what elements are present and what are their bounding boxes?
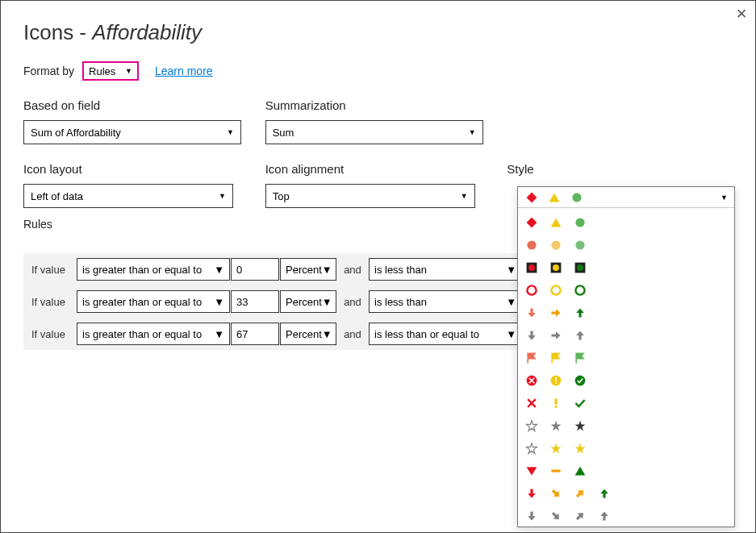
chevron-down-icon: ▼ bbox=[214, 296, 224, 308]
icon-alignment-label: Icon alignment bbox=[265, 162, 507, 176]
style-icon bbox=[573, 418, 587, 433]
style-option[interactable] bbox=[523, 369, 729, 392]
rule-value-1-input[interactable] bbox=[231, 290, 279, 313]
chevron-down-icon: ▼ bbox=[469, 128, 476, 136]
svg-marker-4 bbox=[551, 218, 562, 227]
and-label: and bbox=[337, 264, 368, 276]
style-icon bbox=[524, 373, 539, 388]
close-icon[interactable]: ✕ bbox=[736, 6, 747, 23]
format-by-select[interactable]: Rules ▼ bbox=[82, 61, 139, 81]
learn-more-link[interactable]: Learn more bbox=[155, 65, 213, 77]
rule-value-1-input[interactable] bbox=[231, 258, 279, 281]
icon-layout-label: Icon layout bbox=[23, 162, 265, 176]
style-icon bbox=[549, 464, 563, 478]
rule-unit-select[interactable]: Percent▼ bbox=[280, 258, 336, 281]
style-icon bbox=[524, 509, 539, 523]
style-icon bbox=[597, 486, 612, 501]
style-icon bbox=[549, 373, 563, 388]
style-selected-row[interactable]: ▼ bbox=[518, 187, 734, 208]
style-icon bbox=[549, 486, 563, 501]
style-option[interactable] bbox=[523, 460, 729, 482]
style-icon bbox=[549, 418, 563, 433]
style-option[interactable] bbox=[523, 279, 729, 302]
style-icon bbox=[573, 396, 587, 410]
rule-operator-1-select[interactable]: is greater than or equal to▼ bbox=[77, 323, 230, 345]
title-field: Affordability bbox=[92, 20, 202, 44]
style-icon bbox=[549, 441, 563, 456]
style-icon bbox=[573, 509, 587, 523]
style-icon bbox=[524, 283, 539, 298]
title-prefix: Icons - bbox=[23, 20, 92, 44]
style-icon bbox=[524, 190, 539, 205]
style-icon bbox=[573, 351, 587, 365]
chevron-down-icon: ▼ bbox=[461, 192, 468, 200]
chevron-down-icon: ▼ bbox=[322, 264, 332, 276]
svg-point-12 bbox=[553, 264, 559, 271]
style-option[interactable] bbox=[523, 505, 729, 527]
style-option[interactable] bbox=[523, 324, 729, 347]
rule-value-1-input[interactable] bbox=[231, 323, 279, 345]
style-option[interactable] bbox=[523, 347, 729, 369]
icon-alignment-select[interactable]: Top ▼ bbox=[265, 184, 475, 208]
based-on-field-label: Based on field bbox=[23, 98, 265, 112]
style-option[interactable] bbox=[523, 392, 729, 414]
style-icon bbox=[524, 351, 539, 365]
svg-rect-20 bbox=[555, 377, 557, 381]
rule-operator-1-value: is greater than or equal to bbox=[82, 264, 202, 276]
svg-rect-24 bbox=[554, 406, 557, 407]
rule-operator-1-select[interactable]: is greater than or equal to▼ bbox=[77, 258, 230, 281]
svg-point-8 bbox=[575, 240, 584, 249]
svg-point-15 bbox=[527, 285, 536, 294]
svg-point-7 bbox=[551, 240, 560, 249]
style-option[interactable] bbox=[523, 256, 729, 279]
rule-operator-1-value: is greater than or equal to bbox=[82, 296, 202, 308]
style-icon bbox=[573, 464, 587, 478]
style-option[interactable] bbox=[523, 234, 729, 256]
rule-operator-2-select[interactable]: is less than▼ bbox=[369, 290, 522, 313]
style-option[interactable] bbox=[523, 482, 729, 505]
rule-operator-2-select[interactable]: is less than or equal to▼ bbox=[369, 323, 522, 345]
icon-layout-value: Left of data bbox=[31, 190, 83, 202]
chevron-down-icon: ▼ bbox=[227, 128, 234, 136]
icon-layout-select[interactable]: Left of data ▼ bbox=[23, 184, 233, 208]
style-option[interactable] bbox=[523, 302, 729, 324]
style-option[interactable] bbox=[523, 211, 729, 234]
style-icon bbox=[573, 238, 587, 252]
svg-marker-0 bbox=[527, 192, 537, 202]
svg-marker-25 bbox=[527, 467, 537, 475]
style-icon bbox=[524, 260, 539, 275]
svg-rect-23 bbox=[554, 398, 557, 404]
and-label: and bbox=[337, 328, 368, 340]
style-icon bbox=[573, 283, 587, 298]
style-icon bbox=[547, 190, 562, 205]
format-by-label: Format by bbox=[23, 65, 74, 77]
chevron-down-icon: ▼ bbox=[506, 328, 516, 340]
rule-operator-1-select[interactable]: is greater than or equal to▼ bbox=[77, 290, 230, 313]
svg-rect-21 bbox=[555, 382, 557, 384]
svg-point-22 bbox=[575, 376, 586, 386]
rule-operator-2-select[interactable]: is less than▼ bbox=[369, 258, 522, 281]
rule-unit-select[interactable]: Percent▼ bbox=[280, 323, 336, 345]
style-label: Style bbox=[507, 162, 733, 176]
style-select-panel[interactable]: ▼ bbox=[517, 186, 735, 527]
if-value-label: If value bbox=[23, 328, 76, 340]
rule-unit-value: Percent bbox=[286, 264, 322, 276]
style-icon bbox=[549, 260, 563, 275]
style-option[interactable] bbox=[523, 414, 729, 437]
style-icon bbox=[573, 260, 587, 275]
style-icon bbox=[573, 215, 587, 230]
svg-point-14 bbox=[577, 264, 583, 271]
style-icon bbox=[573, 328, 587, 343]
style-option[interactable] bbox=[523, 437, 729, 460]
style-icon bbox=[573, 486, 587, 501]
rule-operator-1-value: is greater than or equal to bbox=[82, 328, 202, 340]
if-value-label: If value bbox=[23, 264, 76, 276]
rule-unit-select[interactable]: Percent▼ bbox=[280, 290, 336, 313]
style-icon bbox=[573, 441, 587, 456]
based-on-field-select[interactable]: Sum of Affordability ▼ bbox=[23, 120, 241, 144]
chevron-down-icon: ▼ bbox=[322, 296, 332, 308]
style-icon bbox=[524, 215, 539, 230]
rule-operator-2-value: is less than or equal to bbox=[374, 328, 479, 340]
summarization-select[interactable]: Sum ▼ bbox=[265, 120, 483, 144]
svg-marker-3 bbox=[527, 218, 537, 228]
